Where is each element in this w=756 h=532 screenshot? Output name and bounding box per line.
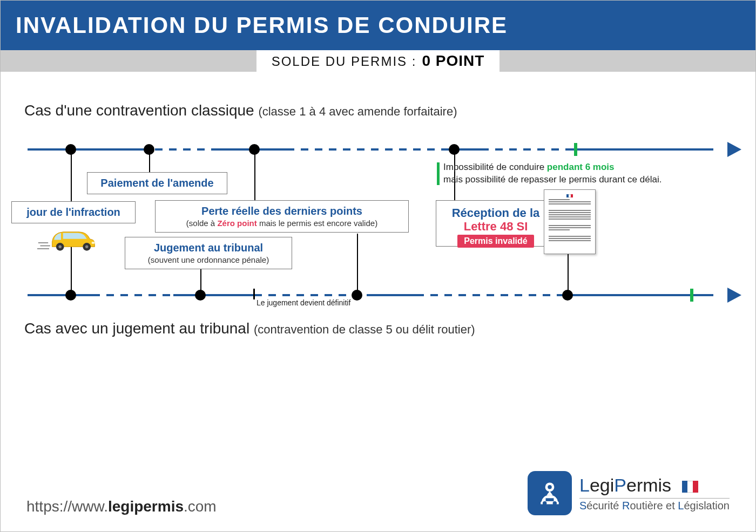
event-title: Perte réelle des derniers points (163, 205, 401, 217)
header-banner: INVALIDATION DU PERMIS DE CONDUIRE (1, 1, 755, 50)
status-badge: Permis invalidé (457, 235, 534, 248)
footer: https://www.legipermis.com LegiPermis Sé… (1, 471, 755, 515)
event-reception: Réception de la Lettre 48 SI Permis inva… (436, 200, 556, 247)
case-bottom-main: Cas avec un jugement au tribunal (24, 320, 254, 337)
brand-logo: LegiPermis Sécurité Routière et Législat… (528, 471, 730, 515)
green-bar-icon (437, 162, 440, 185)
green-marker-icon (574, 143, 577, 156)
event-note: (souvent une ordonnance pénale) (133, 255, 284, 264)
flag-icon (682, 481, 698, 493)
reception-letter: Lettre 48 SI (447, 220, 544, 234)
case-top-main: Cas d'une contravention classique (24, 102, 258, 119)
event-title: Paiement de l'amende (95, 177, 219, 189)
reception-title: Réception de la (447, 206, 544, 220)
case-bottom-title: Cas avec un jugement au tribunal (contra… (24, 320, 475, 337)
event-title: jour de l'infraction (19, 206, 127, 219)
svg-rect-7 (92, 242, 95, 244)
content-area: Cas d'une contravention classique (class… (1, 72, 755, 482)
green-marker-icon (690, 289, 693, 302)
subheader-bar: SOLDE DU PERMIS : 0 POINT (1, 50, 755, 72)
footer-url: https://www.legipermis.com (26, 498, 217, 515)
subheader: SOLDE DU PERMIS : 0 POINT (256, 50, 500, 72)
svg-point-4 (58, 245, 62, 249)
svg-point-6 (85, 245, 89, 249)
svg-rect-12 (546, 498, 554, 501)
svg-point-11 (553, 501, 557, 505)
arrow-icon (727, 288, 741, 303)
small-note-jugement: Le jugement devient définitif (256, 298, 350, 307)
info-note: Impossibilité de conduire pendant 6 mois… (443, 161, 697, 186)
brand-text: LegiPermis Sécurité Routière et Législat… (579, 475, 730, 512)
page-title: INVALIDATION DU PERMIS DE CONDUIRE (16, 12, 740, 38)
event-paiement: Paiement de l'amende (87, 172, 227, 194)
case-top-title: Cas d'une contravention classique (class… (24, 102, 457, 119)
arrow-icon (727, 142, 741, 157)
case-bottom-sub: (contravention de classe 5 ou délit rout… (254, 323, 475, 336)
event-note: (solde à Zéro point mais le permis est e… (163, 219, 401, 228)
balance-value: 0 POINT (422, 52, 484, 70)
timeline-top (28, 147, 739, 152)
svg-point-10 (543, 501, 546, 505)
brand-icon (528, 471, 572, 515)
car-icon (37, 221, 97, 255)
document-icon (544, 189, 596, 254)
event-jugement: Jugement au tribunal (souvent une ordonn… (125, 237, 292, 269)
case-top-sub: (classe 1 à 4 avec amende forfaitaire) (258, 105, 457, 118)
event-perte: Perte réelle des derniers points (solde … (155, 200, 409, 233)
svg-point-9 (548, 485, 551, 489)
event-infraction: jour de l'infraction (11, 201, 136, 223)
timeline-bottom (28, 293, 739, 297)
event-title: Jugement au tribunal (133, 242, 284, 254)
balance-label: SOLDE DU PERMIS : (272, 54, 417, 69)
